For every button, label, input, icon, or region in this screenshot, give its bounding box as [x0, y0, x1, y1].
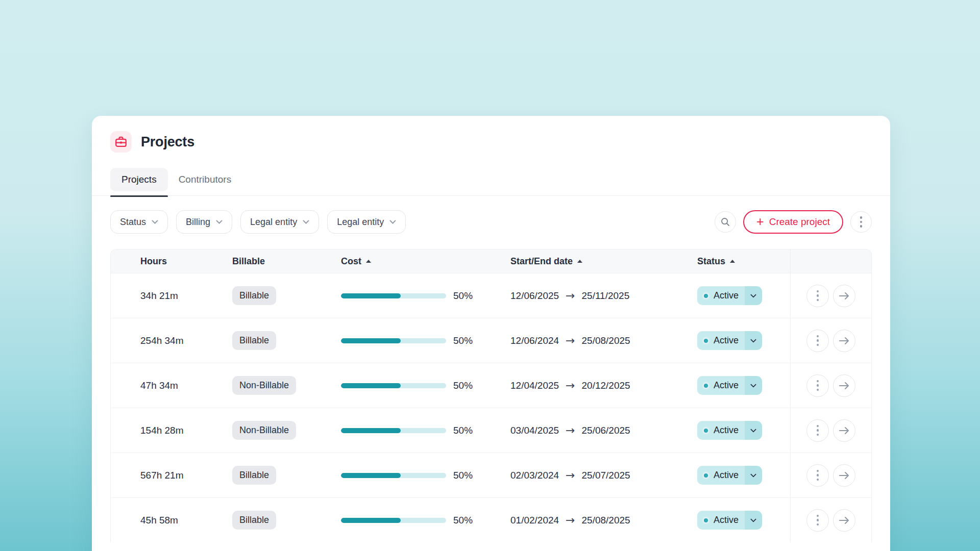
- arrow-right-icon: [839, 516, 850, 524]
- status-dropdown[interactable]: Active: [697, 421, 762, 440]
- open-project-button[interactable]: [833, 374, 855, 397]
- row-menu-button[interactable]: [806, 285, 829, 307]
- kebab-menu-icon: [817, 290, 819, 302]
- status-cell: Active: [697, 286, 790, 305]
- cost-progress-bar: [341, 428, 446, 433]
- status-label: Active: [714, 470, 739, 481]
- kebab-menu-icon: [817, 335, 819, 346]
- filter-billing[interactable]: Billing: [176, 210, 232, 234]
- filter-label: Legal entity: [337, 217, 384, 228]
- status-cell: Active: [697, 421, 790, 440]
- open-project-button[interactable]: [833, 285, 855, 307]
- status-dropdown[interactable]: Active: [697, 286, 762, 305]
- cost-progress-bar: [341, 293, 446, 298]
- open-project-button[interactable]: [833, 509, 855, 532]
- status-chevron-button[interactable]: [745, 511, 762, 530]
- chevron-down-icon: [303, 220, 309, 224]
- open-project-button[interactable]: [833, 419, 855, 442]
- status-chevron-button[interactable]: [745, 421, 762, 440]
- status-dot-icon: [702, 472, 709, 479]
- briefcase-icon: [110, 131, 132, 153]
- kebab-menu-icon: [860, 216, 863, 228]
- hours-value: 45h 58m: [111, 515, 232, 526]
- end-date: 25/11/2025: [582, 290, 630, 302]
- status-cell: Active: [697, 466, 790, 485]
- row-actions: [790, 498, 871, 542]
- arrow-right-icon: [839, 427, 850, 435]
- cost-progress-fill: [341, 383, 401, 388]
- arrow-right-icon: →: [566, 470, 575, 481]
- status-dropdown[interactable]: Active: [697, 331, 762, 350]
- status-chevron-button[interactable]: [745, 331, 762, 350]
- cost-progress-fill: [341, 428, 401, 433]
- arrow-right-icon: [839, 292, 850, 300]
- row-menu-button[interactable]: [806, 509, 829, 532]
- filter-label: Status: [120, 217, 146, 228]
- tab-contributors[interactable]: Contributors: [179, 168, 232, 191]
- filter-legal-entity-2[interactable]: Legal entity: [327, 210, 406, 234]
- status-chevron-button[interactable]: [745, 466, 762, 485]
- arrow-right-icon: [839, 471, 850, 480]
- cost-percent-label: 50%: [453, 290, 473, 302]
- row-menu-button[interactable]: [806, 374, 829, 397]
- kebab-menu-icon: [817, 380, 819, 391]
- billable-cell: Billable: [232, 511, 341, 530]
- chevron-down-icon: [152, 220, 158, 224]
- row-actions: [790, 453, 871, 497]
- start-date: 12/06/2025: [510, 290, 559, 302]
- filter-legal-entity-1[interactable]: Legal entity: [240, 210, 319, 234]
- row-actions: [790, 273, 871, 318]
- col-header-billable[interactable]: Billable: [232, 256, 341, 267]
- status-chevron-button[interactable]: [745, 286, 762, 305]
- start-date: 01/02/2024: [510, 515, 559, 526]
- more-options-button[interactable]: [850, 211, 872, 233]
- dates-cell: 12/04/2025 → 20/12/2025: [510, 380, 697, 391]
- row-menu-button[interactable]: [806, 330, 829, 352]
- projects-panel: Projects Projects Contributors Status Bi…: [92, 116, 890, 551]
- arrow-right-icon: →: [566, 425, 575, 436]
- toolbar: Status Billing Legal entity Legal entity: [110, 210, 872, 234]
- cost-percent-label: 50%: [453, 335, 473, 346]
- status-dot-icon: [702, 382, 709, 389]
- table-row: 47h 34m Non-Billable 50% 12/04/2025 → 20…: [111, 363, 871, 408]
- hours-value: 567h 21m: [111, 470, 232, 481]
- col-header-cost[interactable]: Cost: [341, 256, 510, 267]
- hours-value: 34h 21m: [111, 290, 232, 302]
- col-header-status[interactable]: Status: [697, 256, 790, 267]
- status-dot-icon: [702, 337, 709, 344]
- cost-progress-fill: [341, 473, 401, 478]
- chevron-down-icon: [750, 473, 756, 478]
- status-chevron-button[interactable]: [745, 376, 762, 395]
- status-dropdown[interactable]: Active: [697, 511, 762, 530]
- tab-projects[interactable]: Projects: [110, 168, 168, 191]
- col-header-hours[interactable]: Hours: [111, 256, 232, 267]
- cost-progress-fill: [341, 518, 401, 523]
- create-project-button[interactable]: + Create project: [743, 210, 843, 234]
- cost-progress-bar: [341, 518, 446, 523]
- status-dropdown[interactable]: Active: [697, 466, 762, 485]
- dates-cell: 01/02/2024 → 25/08/2025: [510, 515, 697, 526]
- row-menu-button[interactable]: [806, 464, 829, 487]
- chevron-down-icon: [750, 518, 756, 522]
- table-row: 254h 34m Billable 50% 12/06/2024 → 25/08…: [111, 318, 871, 363]
- status-dropdown[interactable]: Active: [697, 376, 762, 395]
- projects-table: Hours Billable Cost Start/End date Statu…: [110, 249, 872, 542]
- open-project-button[interactable]: [833, 330, 855, 352]
- open-project-button[interactable]: [833, 464, 855, 487]
- start-date: 02/03/2024: [510, 470, 559, 481]
- status-label: Active: [714, 425, 739, 436]
- search-button[interactable]: [715, 211, 736, 233]
- col-header-start-end-date[interactable]: Start/End date: [510, 256, 697, 267]
- chevron-down-icon: [216, 220, 223, 224]
- chevron-down-icon: [389, 220, 396, 224]
- cost-cell: 50%: [341, 470, 510, 481]
- cost-cell: 50%: [341, 335, 510, 346]
- filter-status[interactable]: Status: [110, 210, 168, 234]
- status-cell: Active: [697, 376, 790, 395]
- row-menu-button[interactable]: [806, 419, 829, 442]
- dates-cell: 03/04/2025 → 25/06/2025: [510, 425, 697, 436]
- billable-badge: Billable: [232, 466, 276, 485]
- billable-cell: Non-Billable: [232, 421, 341, 440]
- arrow-right-icon: →: [566, 290, 575, 302]
- cost-cell: 50%: [341, 425, 510, 436]
